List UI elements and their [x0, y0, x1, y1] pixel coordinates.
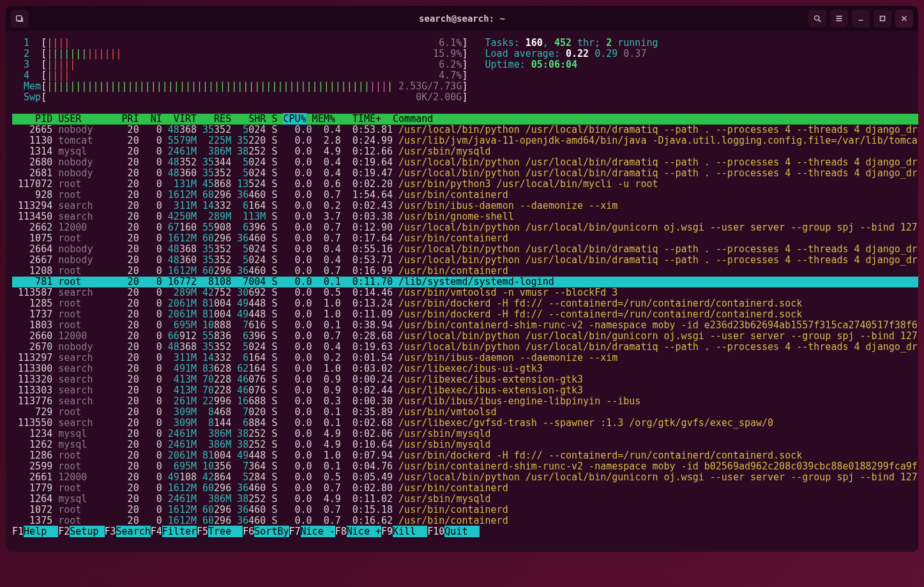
process-row[interactable]: 113294 search 20 0 311M 14332 6164 S 0.0…: [12, 201, 918, 211]
process-row[interactable]: 2660 12000 20 0 66912 55836 6396 S 0.0 0…: [12, 331, 918, 342]
process-row[interactable]: 117072 root 20 0 131M 45868 13524 S 0.0 …: [12, 179, 918, 190]
process-row[interactable]: 2681 nobody 20 0 48360 35352 5024 S 0.0 …: [12, 168, 918, 179]
new-tab-button[interactable]: [11, 10, 29, 27]
process-row[interactable]: 1286 root 20 0 2061M 81004 49448 S 0.0 1…: [12, 450, 918, 461]
process-row-selected[interactable]: 781 root 20 0 16772 8108 7004 S 0.0 0.1 …: [12, 277, 918, 287]
process-row[interactable]: 1208 root 20 0 1612M 60296 36460 S 0.0 0…: [12, 266, 918, 277]
process-row[interactable]: 729 root 20 0 309M 8468 7020 S 0.0 0.1 0…: [12, 407, 918, 418]
process-row[interactable]: 1803 root 20 0 695M 10888 7616 S 0.0 0.1…: [12, 320, 918, 331]
process-row[interactable]: 2599 root 20 0 695M 10356 7364 S 0.0 0.1…: [12, 461, 918, 472]
process-row[interactable]: 2667 nobody 20 0 48360 35352 5024 S 0.0 …: [12, 255, 918, 266]
process-row[interactable]: 113550 search 20 0 309M 8144 6884 S 0.0 …: [12, 418, 918, 429]
svg-rect-2: [881, 17, 885, 21]
function-keys[interactable]: F1Help F2Setup F3SearchF4FilterF5Tree F6…: [12, 526, 918, 537]
process-row[interactable]: 1234 mysql 20 0 2461M 386M 38252 S 0.0 4…: [12, 429, 918, 439]
search-button[interactable]: [808, 10, 826, 27]
mem-meter: Mem[||||||||||||||||||||||||||||||||||||…: [12, 81, 918, 92]
process-row[interactable]: 1072 root 20 0 1612M 60296 36460 S 0.0 0…: [12, 505, 918, 515]
process-row[interactable]: 1737 root 20 0 2061M 81004 49448 S 0.0 1…: [12, 309, 918, 320]
process-row[interactable]: 2664 nobody 20 0 48368 35352 5024 S 0.0 …: [12, 244, 918, 255]
minimize-button[interactable]: [852, 10, 870, 27]
process-row[interactable]: 1375 root 20 0 1612M 60296 36460 S 0.0 0…: [12, 515, 918, 526]
close-button[interactable]: [895, 10, 913, 27]
process-row[interactable]: 2662 12000 20 0 67160 55908 6396 S 0.0 0…: [12, 222, 918, 233]
process-row[interactable]: 1130 tomcat 20 0 5579M 225M 35220 S 0.0 …: [12, 135, 918, 146]
maximize-button[interactable]: [874, 10, 891, 27]
column-header[interactable]: PID USER PRI NI VIRT RES SHR S CPU% MEM%…: [12, 114, 918, 125]
menu-button[interactable]: [830, 10, 848, 27]
process-row[interactable]: 2680 nobody 20 0 48352 35344 5024 S 0.0 …: [12, 157, 918, 168]
process-row[interactable]: 113300 search 20 0 491M 83628 62164 S 0.…: [12, 363, 918, 374]
process-row[interactable]: 113297 search 20 0 311M 14332 6164 S 0.0…: [12, 353, 918, 363]
swp-meter: Swp[ 0K/2.00G]: [12, 92, 918, 103]
process-row[interactable]: 113776 search 20 0 261M 22996 16688 S 0.…: [12, 396, 918, 407]
svg-rect-0: [17, 16, 22, 21]
process-row[interactable]: 113303 search 20 0 413M 70228 46076 S 0.…: [12, 385, 918, 396]
process-row[interactable]: 1314 mysql 20 0 2461M 386M 38252 S 0.0 4…: [12, 146, 918, 157]
process-row[interactable]: 2670 nobody 20 0 48368 35352 5024 S 0.0 …: [12, 342, 918, 353]
process-row[interactable]: 1264 mysql 20 0 2461M 386M 38252 S 0.0 4…: [12, 494, 918, 505]
process-row[interactable]: 1285 root 20 0 2061M 81004 49448 S 0.0 1…: [12, 298, 918, 309]
process-row[interactable]: 113320 search 20 0 413M 70228 46076 S 0.…: [12, 374, 918, 385]
process-row[interactable]: 928 root 20 0 1612M 60296 36460 S 0.0 0.…: [12, 190, 918, 201]
cpu-meter: 1 [|||| 6.1%] Tasks: 160, 452 thr; 2 run…: [12, 38, 918, 49]
cpu-meter: 2 [||||||||||||| 15.9%] Load average: 0.…: [12, 49, 918, 59]
process-row[interactable]: 2665 nobody 20 0 48368 35352 5024 S 0.0 …: [12, 125, 918, 135]
cpu-meter: 3 [||||| 6.2%] Uptime: 05:06:04: [12, 59, 918, 70]
terminal-content[interactable]: 1 [|||| 6.1%] Tasks: 160, 452 thr; 2 run…: [6, 31, 918, 552]
process-row[interactable]: 1262 mysql 20 0 2461M 386M 38252 S 0.0 4…: [12, 439, 918, 450]
window-title: search@search: ~: [170, 13, 754, 24]
process-row[interactable]: 1779 root 20 0 1612M 60296 36460 S 0.0 0…: [12, 483, 918, 494]
process-row[interactable]: 113450 search 20 0 4250M 289M 113M S 0.0…: [12, 211, 918, 222]
process-row[interactable]: 2661 12000 20 0 49108 42864 5284 S 0.0 0…: [12, 472, 918, 483]
svg-point-1: [815, 16, 819, 20]
titlebar[interactable]: search@search: ~: [6, 6, 918, 31]
process-row[interactable]: 1075 root 20 0 1612M 60296 36460 S 0.0 0…: [12, 233, 918, 244]
process-row[interactable]: 113587 search 20 0 289M 42752 30692 S 0.…: [12, 287, 918, 298]
cpu-meter: 4 [|||| 4.7%]: [12, 70, 918, 81]
terminal-window: search@search: ~ 1 [|||| 6.1%] Tasks: 16…: [6, 6, 918, 552]
